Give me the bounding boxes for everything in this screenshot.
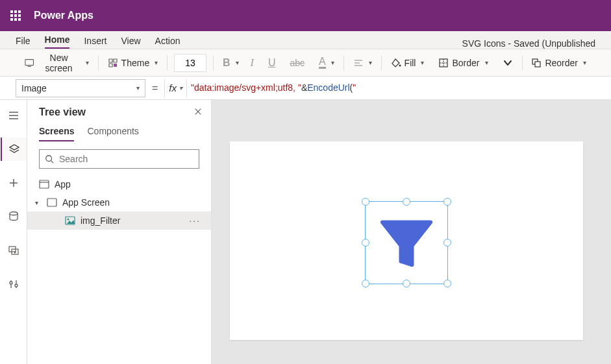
canvas-screen[interactable] [230, 141, 583, 340]
property-dropdown-value: Image [21, 83, 47, 93]
svg-rect-4 [14, 14, 17, 17]
expand-chevron-button[interactable] [500, 55, 516, 71]
tab-screens[interactable]: Screens [39, 126, 74, 141]
handle-top-left[interactable] [362, 198, 369, 206]
tree-search[interactable] [39, 149, 199, 169]
tree-node-label: App Screen [62, 197, 110, 208]
data-rail-button[interactable] [1, 205, 27, 228]
settings-rail-button[interactable] [1, 273, 27, 296]
reorder-icon [531, 58, 542, 68]
handle-middle-left[interactable] [362, 239, 369, 247]
image-icon [65, 216, 75, 225]
theme-button[interactable]: Theme ▾ [105, 55, 161, 71]
search-input[interactable] [59, 154, 193, 164]
app-header: Power Apps [0, 0, 611, 31]
align-icon [353, 58, 364, 68]
screen-icon [47, 198, 57, 207]
menu-home[interactable]: Home [45, 32, 70, 49]
menu-view[interactable]: View [121, 33, 140, 49]
new-screen-label: New screen [37, 53, 80, 73]
tree-node-app-screen[interactable]: ▾ App Screen [27, 193, 211, 212]
reorder-button[interactable]: Reorder ▾ [529, 55, 589, 71]
svg-rect-3 [10, 14, 13, 17]
italic-button[interactable]: I [248, 55, 256, 71]
svg-rect-1 [14, 10, 17, 13]
svg-rect-9 [25, 59, 34, 65]
handle-top-right[interactable] [443, 198, 451, 206]
tree-title: Tree view [39, 106, 86, 118]
chevron-down-icon: ▾ [369, 59, 372, 66]
insert-rail-button[interactable] [1, 171, 27, 195]
canvas-area[interactable] [212, 100, 611, 364]
theme-label: Theme [121, 58, 150, 68]
chevron-down-icon: ▾ [331, 59, 334, 66]
tree-node-label: App [55, 179, 71, 189]
img-filter-control[interactable] [366, 202, 447, 284]
left-rail [0, 100, 27, 364]
tree-list: App ▾ App Screen img_Filter ··· [27, 175, 211, 364]
database-icon [8, 211, 19, 223]
tab-components[interactable]: Components [87, 126, 138, 141]
selection-box[interactable] [365, 201, 448, 284]
chevron-down-icon: ▾ [583, 59, 586, 66]
close-icon [194, 108, 202, 115]
tree-node-app[interactable]: App [27, 175, 211, 193]
svg-rect-19 [535, 62, 540, 67]
font-size-input[interactable] [174, 54, 206, 72]
chevron-down-bold-icon [503, 58, 513, 68]
svg-point-25 [10, 212, 18, 215]
align-button[interactable]: ▾ [351, 55, 375, 71]
toolbar: New screen ▾ Theme ▾ B▾ I U abc A▾ ▾ Fil… [0, 49, 611, 77]
formula-input[interactable]: "data:image/svg+xml;utf8, "&EncodeUrl(" [187, 79, 611, 97]
handle-bottom-left[interactable] [362, 280, 369, 287]
menu-file[interactable]: File [16, 33, 31, 49]
svg-rect-0 [10, 10, 13, 13]
svg-rect-7 [14, 18, 17, 21]
chevron-down-icon: ▾ [136, 84, 140, 91]
property-dropdown[interactable]: Image ▾ [16, 79, 145, 97]
svg-line-35 [51, 161, 54, 164]
underline-button[interactable]: U [266, 55, 279, 71]
hamburger-button[interactable] [1, 104, 27, 127]
strikethrough-button[interactable]: abc [287, 55, 307, 71]
tree-node-img-filter[interactable]: img_Filter ··· [27, 212, 211, 230]
handle-bottom-right[interactable] [443, 280, 451, 287]
reorder-label: Reorder [545, 58, 578, 68]
svg-point-31 [15, 284, 18, 287]
svg-rect-36 [40, 180, 49, 188]
handle-top-middle[interactable] [403, 198, 410, 206]
media-rail-button[interactable] [1, 239, 27, 262]
border-button[interactable]: Border ▾ [436, 55, 490, 71]
tree-view-rail-button[interactable] [1, 138, 27, 161]
waffle-icon[interactable] [5, 5, 26, 26]
media-icon [8, 245, 19, 256]
chevron-down-icon: ▾ [179, 84, 182, 91]
more-button[interactable]: ··· [189, 215, 205, 226]
font-color-button[interactable]: A▾ [316, 54, 337, 71]
handle-middle-right[interactable] [443, 239, 451, 247]
tree-header: Tree view [27, 100, 211, 122]
menu-action[interactable]: Action [155, 33, 181, 49]
close-button[interactable] [194, 107, 202, 117]
border-icon [438, 58, 449, 68]
filter-icon [377, 213, 436, 273]
svg-rect-2 [18, 10, 21, 13]
new-screen-button[interactable]: New screen ▾ [22, 50, 92, 76]
app-icon [39, 180, 49, 189]
bold-button[interactable]: B▾ [220, 55, 242, 71]
fill-button[interactable]: Fill ▾ [388, 55, 427, 71]
fx-button[interactable]: fx▾ [165, 82, 186, 93]
handle-bottom-middle[interactable] [403, 280, 410, 287]
search-icon [45, 154, 54, 164]
formula-bar: Image ▾ = fx▾ "data:image/svg+xml;utf8, … [0, 77, 611, 100]
tree-view-panel: Tree view Screens Components App ▾ App S… [27, 100, 212, 364]
svg-rect-38 [47, 199, 56, 206]
menu-insert[interactable]: Insert [84, 33, 106, 49]
chevron-down-icon: ▾ [35, 199, 42, 206]
svg-point-14 [399, 64, 401, 66]
layers-icon [8, 143, 20, 155]
tree-node-label: img_Filter [81, 215, 120, 226]
main-area: Tree view Screens Components App ▾ App S… [0, 100, 611, 364]
svg-rect-5 [18, 14, 21, 17]
svg-point-34 [46, 156, 52, 162]
